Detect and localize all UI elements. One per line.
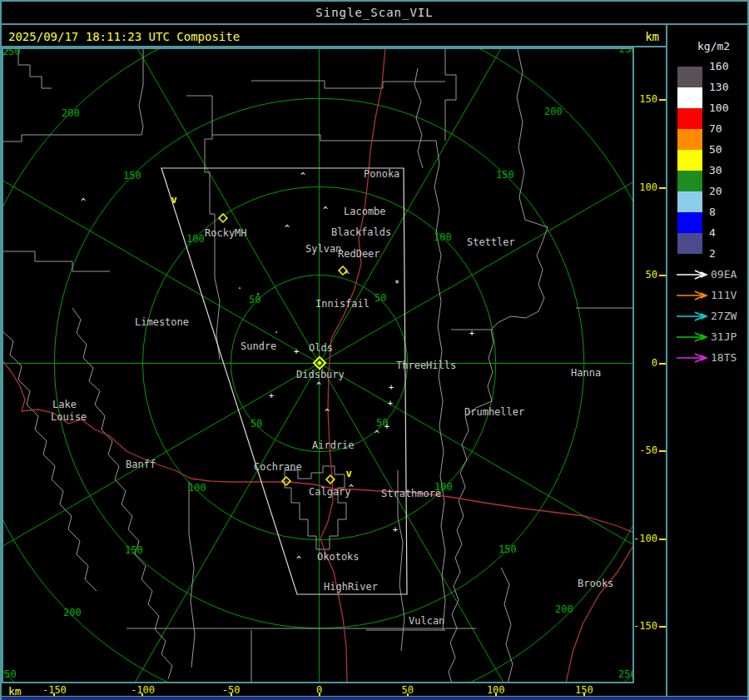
- radar-arrow-icon: [676, 353, 711, 364]
- ring-distance-label: 250: [3, 668, 17, 680]
- county-boundary: [18, 49, 52, 88]
- scale-value-label: 70: [709, 122, 722, 135]
- ring-distance-label: 150: [125, 544, 143, 556]
- ring-distance-label: 250: [619, 49, 632, 55]
- window-title: Single_Scan_VIL: [315, 6, 433, 19]
- radar-site-diamond: [282, 477, 290, 485]
- right-axis-tick-mark: [659, 626, 666, 628]
- ring-distance-label: 150: [123, 170, 141, 181]
- ring-distance-label: 200: [63, 607, 82, 618]
- ring-distance-label: 100: [186, 233, 205, 245]
- city-label: Airdrie: [312, 439, 355, 451]
- terrain-marker: ^: [349, 484, 354, 493]
- right-axis-tick-mark: [659, 99, 666, 101]
- city-label: Blackfalds: [331, 226, 391, 238]
- ring-distance-label: 250: [3, 49, 21, 57]
- ring-distance-label: 200: [544, 106, 563, 117]
- city-label: Sylvan: [305, 243, 341, 255]
- radar-map-canvas[interactable]: 5050505010010010010015015015015020020020…: [3, 49, 632, 682]
- terrain-marker: ^: [285, 224, 290, 233]
- city-label: HighRiver: [324, 581, 378, 593]
- ring-distance-label: 200: [62, 107, 80, 119]
- county-boundary: [3, 251, 110, 271]
- city-label: Innisfail: [315, 298, 370, 310]
- city-label: Stettler: [467, 236, 515, 248]
- radar-legend-row: 31JP: [667, 327, 749, 348]
- scale-value-label: 20: [709, 185, 722, 197]
- ring-distance-label: 250: [618, 668, 632, 680]
- city-label: RockyMH: [205, 227, 247, 239]
- scale-color-box: [677, 171, 702, 191]
- terrain-marker: +: [384, 422, 389, 431]
- right-axis-tick-label: -150: [633, 620, 657, 632]
- right-axis-tick-label: 0: [652, 357, 657, 369]
- radar-id-label: 18TS: [711, 351, 737, 364]
- city-label: Ponoka: [364, 168, 399, 180]
- city-label: Calgary: [309, 486, 351, 498]
- radar-app-window: Single_Scan_VIL 2025/09/17 18:11:23 UTC …: [0, 0, 749, 700]
- county-boundary: [449, 49, 548, 682]
- city-label: Didsbury: [296, 369, 345, 380]
- radar-id-label: 111V: [711, 289, 737, 301]
- right-axis-tick-label: 50: [646, 269, 657, 280]
- ring-distance-label: 50: [374, 292, 386, 304]
- city-label: Vulcan: [409, 615, 444, 627]
- radar-id-label: 31JP: [711, 330, 737, 343]
- terrain-marker: +: [393, 525, 398, 534]
- scale-color-box: [677, 212, 702, 233]
- right-axis-tick-mark: [659, 363, 666, 365]
- right-axis-tick-label: -50: [639, 444, 657, 456]
- scale-value-label: 30: [709, 164, 722, 176]
- radar-arrow-icon: [676, 311, 711, 322]
- city-label: ThreeHills: [396, 360, 456, 371]
- terrain-marker: ^: [81, 197, 86, 206]
- right-axis-unit-label: km: [645, 30, 659, 43]
- scale-value-label: 160: [709, 60, 728, 72]
- scale-color-box: [677, 129, 702, 150]
- county-boundary: [434, 141, 445, 630]
- radar-id-label: 09EA: [711, 268, 737, 280]
- ring-distance-label: 200: [555, 603, 573, 615]
- terrain-marker: +: [389, 383, 394, 392]
- city-label: Lacombe: [344, 206, 386, 217]
- scale-color-box: [677, 87, 702, 108]
- city-label: Okotoks: [317, 551, 360, 563]
- ring-distance-label: 100: [434, 231, 452, 243]
- city-label: Strathmore: [381, 488, 441, 499]
- city-label: Cochrane: [254, 461, 302, 473]
- county-boundary: [285, 466, 346, 549]
- terrain-marker: ^: [323, 206, 328, 215]
- county-boundary: [189, 482, 195, 668]
- terrain-marker: .: [237, 281, 242, 290]
- city-label: Lake: [52, 399, 77, 410]
- right-axis-tick-label: 150: [639, 93, 657, 105]
- color-scale: 16013010070503020842: [667, 67, 749, 262]
- ring-distance-label: 150: [496, 169, 514, 181]
- radar-id-label: 27ZW: [711, 310, 737, 322]
- county-boundary: [3, 330, 97, 591]
- radar-legend-row: 111V: [667, 285, 749, 306]
- county-boundary: [3, 49, 143, 141]
- scale-color-box: [677, 233, 702, 254]
- right-axis-tick-label: -100: [633, 533, 657, 544]
- scale-value-label: 8: [709, 206, 716, 218]
- title-bar: Single_Scan_VIL: [2, 2, 747, 23]
- terrain-marker: ^: [325, 408, 330, 417]
- wind-vee-marker: v: [345, 468, 351, 479]
- terrain-marker: ^: [374, 429, 379, 439]
- right-distance-axis: 150100500-50-100-150: [636, 47, 666, 683]
- radar-arrow-icon: [676, 270, 711, 280]
- terrain-marker: +: [469, 329, 474, 338]
- county-boundary: [251, 81, 445, 88]
- bottom-distance-axis: km -150-100-50050100150: [2, 683, 666, 696]
- city-label: Brooks: [578, 578, 613, 589]
- timestamp-label: 2025/09/17 18:11:23 UTC Composite: [8, 30, 240, 43]
- radar-arrow-icon: [676, 332, 711, 343]
- radar-legend-row: 09EA: [667, 265, 749, 285]
- radar-legend-row: 27ZW: [667, 306, 749, 327]
- wind-vee-marker: v: [171, 194, 176, 206]
- right-axis-tick-label: 100: [639, 181, 657, 193]
- terrain-marker: +: [269, 391, 274, 400]
- radar-legend-row: 18TS: [667, 348, 749, 369]
- city-label: Hanna: [571, 367, 601, 379]
